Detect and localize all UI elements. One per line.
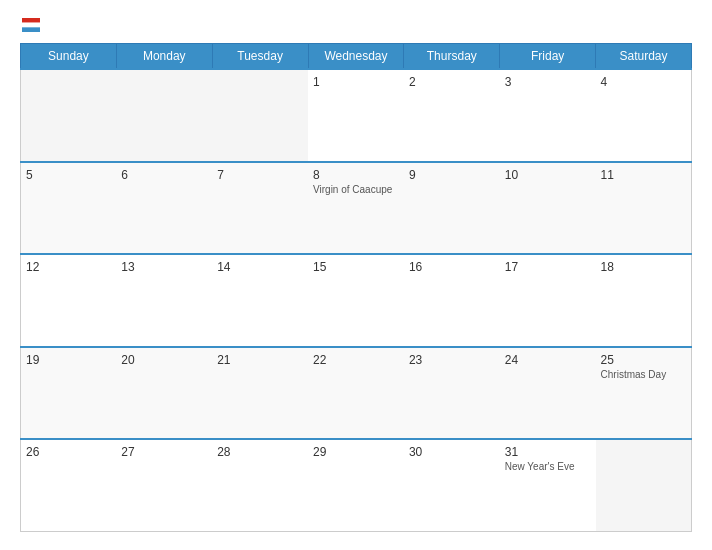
day-number: 7 bbox=[217, 168, 303, 182]
weekday-sunday: Sunday bbox=[21, 44, 117, 70]
day-number: 28 bbox=[217, 445, 303, 459]
day-number: 6 bbox=[121, 168, 207, 182]
day-number: 24 bbox=[505, 353, 591, 367]
day-number: 29 bbox=[313, 445, 399, 459]
day-number: 27 bbox=[121, 445, 207, 459]
calendar-cell: 21 bbox=[212, 347, 308, 440]
day-number: 17 bbox=[505, 260, 591, 274]
day-number: 15 bbox=[313, 260, 399, 274]
svg-rect-2 bbox=[22, 27, 40, 32]
calendar-cell: 25Christmas Day bbox=[596, 347, 692, 440]
day-number: 5 bbox=[26, 168, 111, 182]
calendar-cell: 29 bbox=[308, 439, 404, 532]
day-number: 1 bbox=[313, 75, 399, 89]
weekday-tuesday: Tuesday bbox=[212, 44, 308, 70]
day-number: 14 bbox=[217, 260, 303, 274]
day-number: 19 bbox=[26, 353, 111, 367]
calendar-cell: 5 bbox=[21, 162, 117, 255]
calendar-cell: 13 bbox=[116, 254, 212, 347]
calendar-cell: 10 bbox=[500, 162, 596, 255]
weekday-monday: Monday bbox=[116, 44, 212, 70]
day-number: 23 bbox=[409, 353, 495, 367]
holiday-name: Virgin of Caacupe bbox=[313, 184, 399, 195]
calendar-body: 12345678Virgin of Caacupe910111213141516… bbox=[21, 69, 692, 532]
day-number: 18 bbox=[601, 260, 686, 274]
day-number: 9 bbox=[409, 168, 495, 182]
calendar-cell: 16 bbox=[404, 254, 500, 347]
day-number: 16 bbox=[409, 260, 495, 274]
calendar-week-3: 12131415161718 bbox=[21, 254, 692, 347]
calendar-cell: 8Virgin of Caacupe bbox=[308, 162, 404, 255]
calendar-cell: 15 bbox=[308, 254, 404, 347]
day-number: 2 bbox=[409, 75, 495, 89]
calendar-cell: 7 bbox=[212, 162, 308, 255]
calendar-week-4: 19202122232425Christmas Day bbox=[21, 347, 692, 440]
day-number: 11 bbox=[601, 168, 686, 182]
day-number: 31 bbox=[505, 445, 591, 459]
calendar-cell: 22 bbox=[308, 347, 404, 440]
day-number: 8 bbox=[313, 168, 399, 182]
day-number: 10 bbox=[505, 168, 591, 182]
calendar-cell: 24 bbox=[500, 347, 596, 440]
calendar-cell: 17 bbox=[500, 254, 596, 347]
day-number: 4 bbox=[601, 75, 686, 89]
calendar-cell: 1 bbox=[308, 69, 404, 162]
calendar-cell: 30 bbox=[404, 439, 500, 532]
day-number: 26 bbox=[26, 445, 111, 459]
day-number: 13 bbox=[121, 260, 207, 274]
calendar-cell: 14 bbox=[212, 254, 308, 347]
weekday-wednesday: Wednesday bbox=[308, 44, 404, 70]
calendar-week-1: 1234 bbox=[21, 69, 692, 162]
calendar-table: SundayMondayTuesdayWednesdayThursdayFrid… bbox=[20, 43, 692, 532]
calendar-cell: 12 bbox=[21, 254, 117, 347]
day-number: 20 bbox=[121, 353, 207, 367]
calendar-cell bbox=[212, 69, 308, 162]
header bbox=[20, 18, 692, 33]
calendar-cell: 4 bbox=[596, 69, 692, 162]
calendar-cell: 27 bbox=[116, 439, 212, 532]
calendar-cell: 31New Year's Eve bbox=[500, 439, 596, 532]
holiday-name: New Year's Eve bbox=[505, 461, 591, 472]
day-number: 25 bbox=[601, 353, 686, 367]
calendar-cell: 19 bbox=[21, 347, 117, 440]
calendar-cell: 18 bbox=[596, 254, 692, 347]
day-number: 12 bbox=[26, 260, 111, 274]
calendar-cell: 6 bbox=[116, 162, 212, 255]
calendar-week-5: 262728293031New Year's Eve bbox=[21, 439, 692, 532]
calendar-cell: 2 bbox=[404, 69, 500, 162]
logo bbox=[20, 18, 40, 33]
logo-flag-icon bbox=[22, 18, 40, 32]
calendar-cell: 11 bbox=[596, 162, 692, 255]
calendar-cell: 28 bbox=[212, 439, 308, 532]
calendar-cell bbox=[596, 439, 692, 532]
calendar-cell: 26 bbox=[21, 439, 117, 532]
day-number: 21 bbox=[217, 353, 303, 367]
weekday-saturday: Saturday bbox=[596, 44, 692, 70]
svg-rect-1 bbox=[22, 23, 40, 28]
day-number: 22 bbox=[313, 353, 399, 367]
calendar-cell: 3 bbox=[500, 69, 596, 162]
weekday-friday: Friday bbox=[500, 44, 596, 70]
calendar-cell bbox=[21, 69, 117, 162]
weekday-header-row: SundayMondayTuesdayWednesdayThursdayFrid… bbox=[21, 44, 692, 70]
day-number: 30 bbox=[409, 445, 495, 459]
calendar-cell bbox=[116, 69, 212, 162]
holiday-name: Christmas Day bbox=[601, 369, 686, 380]
calendar-week-2: 5678Virgin of Caacupe91011 bbox=[21, 162, 692, 255]
calendar-cell: 9 bbox=[404, 162, 500, 255]
weekday-thursday: Thursday bbox=[404, 44, 500, 70]
svg-rect-0 bbox=[22, 18, 40, 23]
calendar-cell: 20 bbox=[116, 347, 212, 440]
calendar-cell: 23 bbox=[404, 347, 500, 440]
day-number: 3 bbox=[505, 75, 591, 89]
